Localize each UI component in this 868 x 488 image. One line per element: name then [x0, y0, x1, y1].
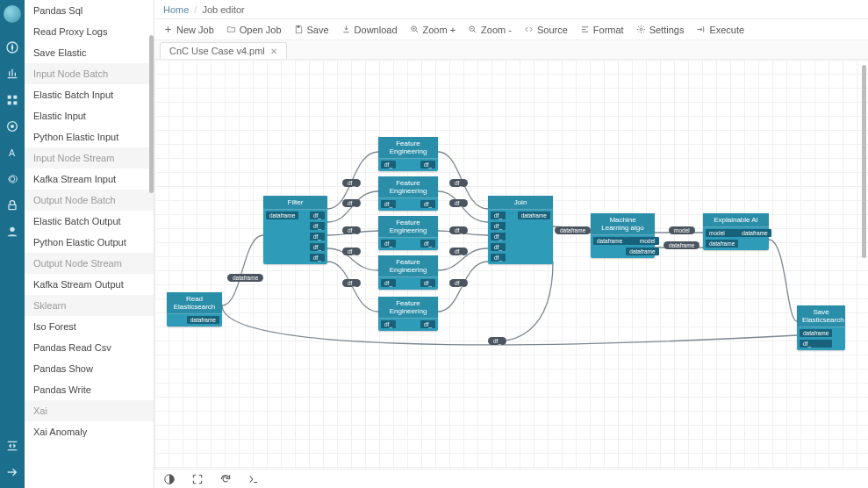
breadcrumb-home[interactable]: Home [163, 4, 189, 15]
palette-item[interactable]: Pandas Write [25, 379, 154, 400]
node-ml-algo[interactable]: Machine Learning algo dataframe model da… [591, 213, 655, 258]
palette-section-header: Output Node Batch [25, 190, 154, 211]
svg-rect-3 [8, 101, 11, 104]
zoom-out-button[interactable]: Zoom - [468, 25, 512, 35]
palette-item[interactable]: Save Elastic [25, 42, 154, 63]
port-in[interactable]: df_ [381, 161, 396, 169]
sidebar-iconbar: A [0, 0, 25, 488]
user-icon[interactable] [5, 225, 19, 239]
palette-item[interactable]: Read Proxy Logs [25, 21, 154, 42]
compass-icon[interactable] [5, 40, 19, 54]
port-in[interactable]: model [706, 229, 738, 237]
new-job-button[interactable]: New Job [163, 25, 214, 35]
port-in[interactable]: df_ [381, 240, 396, 248]
arrow-right-icon[interactable] [5, 465, 19, 479]
format-button[interactable]: Format [580, 25, 624, 35]
node-title: Save Elasticsearch [797, 305, 845, 327]
close-icon[interactable]: ✕ [270, 47, 277, 56]
target-icon[interactable] [5, 119, 19, 133]
port-out[interactable]: df_ [420, 200, 435, 208]
download-button[interactable]: Download [341, 25, 398, 35]
port-out[interactable]: dataframe [738, 229, 771, 237]
grid-icon[interactable] [5, 93, 19, 107]
port-in[interactable]: dataframe [266, 212, 298, 219]
graph-canvas[interactable]: Read Elasticsearch dataframe Filter data… [154, 60, 868, 488]
chart-icon[interactable] [5, 67, 19, 81]
port-out[interactable]: df_ [310, 233, 325, 240]
node-filter[interactable]: Filter dataframe df_ df_ df_ df_ df_ [263, 196, 327, 264]
palette-item[interactable]: Elastic Batch Input [25, 84, 154, 105]
port-in[interactable]: df_ [381, 320, 396, 328]
palette-item[interactable]: Pandas Sql [25, 0, 154, 21]
edge-label: df_ [342, 248, 361, 255]
text-icon[interactable]: A [5, 146, 19, 160]
contrast-icon[interactable] [163, 473, 176, 485]
palette-scrollbar[interactable] [149, 35, 154, 193]
port-in[interactable]: dataframe [593, 237, 626, 245]
execute-button[interactable]: Execute [696, 25, 744, 35]
palette-item[interactable]: Elastic Input [25, 105, 154, 126]
port-out[interactable]: df_ [420, 240, 435, 248]
canvas-scrollbar[interactable] [862, 65, 866, 258]
statusbar [154, 469, 868, 488]
palette-section-header: Xai [25, 400, 154, 421]
refresh-icon[interactable] [219, 473, 232, 485]
node-join[interactable]: Join df_ df_ df_ df_ df_ dataframe [488, 196, 553, 264]
port-in[interactable]: dataframe [800, 329, 832, 337]
fullscreen-icon[interactable] [191, 473, 204, 485]
port-in[interactable]: df_ [381, 279, 396, 287]
palette-item[interactable]: Kafka Stream Input [25, 169, 154, 190]
port-out[interactable]: df_ [310, 222, 325, 230]
port-out[interactable]: df_ [310, 243, 325, 251]
edge-label: df_ [342, 179, 361, 187]
open-job-button[interactable]: Open Job [226, 25, 282, 35]
collapse-icon[interactable] [5, 439, 19, 453]
node-feature-engineering[interactable]: Feature Engineering df_df_ [378, 176, 438, 211]
source-button[interactable]: Source [524, 25, 568, 35]
palette-item[interactable]: Python Elastic Input [25, 126, 154, 147]
node-save-elasticsearch[interactable]: Save Elasticsearch dataframe df_ [797, 305, 845, 350]
lock-icon[interactable] [5, 198, 19, 212]
node-title: Feature Engineering [378, 137, 438, 159]
node-read-elasticsearch[interactable]: Read Elasticsearch dataframe [167, 292, 222, 327]
port-in[interactable]: df_ [491, 233, 506, 240]
port-in[interactable]: df_ [800, 340, 832, 348]
port-out[interactable]: dataframe [518, 212, 550, 219]
main-area: Home / Job editor New Job Open Job Save … [154, 0, 868, 488]
port-in[interactable]: df_ [491, 212, 506, 219]
node-feature-engineering[interactable]: Feature Engineering df_df_ [378, 216, 438, 250]
port-in[interactable]: df_ [381, 200, 396, 208]
palette-item[interactable]: Pandas Show [25, 358, 154, 379]
port-out[interactable]: dataframe [626, 248, 658, 255]
svg-point-9 [10, 227, 14, 232]
save-button[interactable]: Save [294, 25, 329, 35]
port-out[interactable]: df_ [310, 254, 325, 262]
port-in[interactable]: df_ [491, 243, 506, 251]
port-out[interactable]: df_ [420, 279, 435, 287]
terminal-icon[interactable] [247, 473, 260, 485]
node-feature-engineering[interactable]: Feature Engineering df_df_ [378, 297, 438, 331]
port-out[interactable]: df_ [420, 161, 435, 169]
port-out[interactable]: df_ [310, 212, 325, 219]
zoom-in-button[interactable]: Zoom + [410, 25, 456, 35]
palette-item[interactable]: Xai Anomaly [25, 421, 154, 442]
edge-label: dataframe [227, 274, 263, 282]
palette-item[interactable]: Python Elastic Output [25, 232, 154, 253]
port-in[interactable]: df_ [491, 222, 506, 230]
port-in[interactable]: dataframe [706, 240, 738, 248]
settings-button[interactable]: Settings [636, 25, 685, 35]
port-out[interactable]: model [626, 237, 658, 245]
port-out[interactable]: df_ [420, 320, 435, 328]
palette-item[interactable]: Pandas Read Csv [25, 337, 154, 358]
breadcrumb: Home / Job editor [154, 0, 868, 19]
palette-item[interactable]: Iso Forest [25, 316, 154, 337]
palette-item[interactable]: Elastic Batch Output [25, 211, 154, 232]
port-out[interactable]: dataframe [187, 316, 219, 324]
port-in[interactable]: df_ [491, 254, 506, 262]
node-feature-engineering[interactable]: Feature Engineering df_df_ [378, 137, 438, 171]
editor-tab[interactable]: CnC Use Case v4.pml ✕ [160, 42, 287, 59]
node-explainable-ai[interactable]: Explainable AI model dataframe dataframe [703, 213, 769, 250]
node-feature-engineering[interactable]: Feature Engineering df_df_ [378, 255, 438, 290]
gear-icon[interactable] [5, 172, 19, 186]
palette-item[interactable]: Kafka Stream Output [25, 274, 154, 295]
